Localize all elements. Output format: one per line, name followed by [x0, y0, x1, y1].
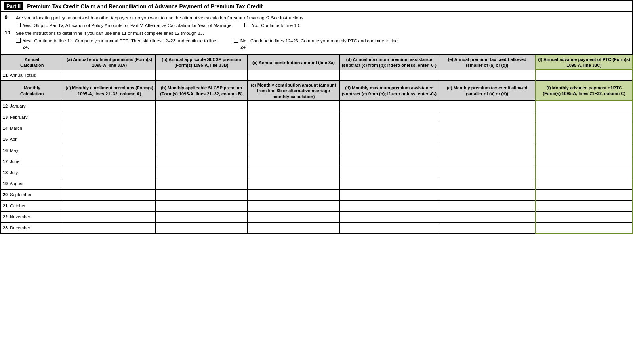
line11-col-e[interactable] [439, 70, 536, 81]
line15-col-c[interactable] [248, 134, 339, 145]
line15-col-b[interactable] [155, 134, 247, 145]
line17-col-c[interactable] [248, 156, 339, 167]
line20-label: 20 September [0, 189, 63, 200]
line23-col-a[interactable] [63, 222, 155, 233]
q9-yes-option: Yes. Skip to Part IV, Allocation of Poli… [16, 22, 233, 28]
row-february: 13 February [0, 112, 633, 123]
line21-col-a[interactable] [63, 200, 155, 211]
q9-yes-checkbox[interactable] [16, 23, 21, 27]
line21-col-c[interactable] [248, 200, 339, 211]
line17-col-e[interactable] [439, 156, 536, 167]
line16-col-e[interactable] [439, 145, 536, 156]
line19-col-c[interactable] [248, 178, 339, 189]
line14-col-e[interactable] [439, 123, 536, 134]
line11-col-d[interactable] [339, 70, 439, 81]
row-september: 20 September [0, 189, 633, 200]
line21-col-b[interactable] [155, 200, 247, 211]
line19-col-a[interactable] [63, 178, 155, 189]
line20-col-a[interactable] [63, 189, 155, 200]
line21-col-d[interactable] [339, 200, 439, 211]
line22-col-c[interactable] [248, 211, 339, 222]
q10-yes-option: Yes. Continue to line 11. Compute your a… [16, 38, 222, 50]
line13-col-a[interactable] [63, 112, 155, 123]
line23-col-e[interactable] [439, 222, 536, 233]
line15-col-e[interactable] [439, 134, 536, 145]
line16-col-d[interactable] [339, 145, 439, 156]
line22-col-a[interactable] [63, 211, 155, 222]
line19-col-e[interactable] [439, 178, 536, 189]
line13-col-e[interactable] [439, 112, 536, 123]
row-may: 16 May [0, 145, 633, 156]
line12-col-c[interactable] [248, 100, 339, 112]
line21-col-e[interactable] [439, 200, 536, 211]
monthly-col-c-header: (c) Monthly contribution amount (amount … [248, 81, 339, 100]
line23-col-d[interactable] [339, 222, 439, 233]
line16-col-f[interactable] [536, 145, 633, 156]
line18-col-e[interactable] [439, 167, 536, 178]
line18-col-a[interactable] [63, 167, 155, 178]
q9-yes-detail: Skip to Part IV, Allocation of Policy Am… [34, 23, 233, 28]
line19-col-f[interactable] [536, 178, 633, 189]
line23-col-b[interactable] [155, 222, 247, 233]
line11-col-a[interactable] [63, 70, 155, 81]
line22-col-d[interactable] [339, 211, 439, 222]
monthly-col-a-header: (a) Monthly enrollment premiums (Form(s)… [63, 81, 155, 100]
part-title: Premium Tax Credit Claim and Reconciliat… [27, 3, 263, 9]
q10-no-checkbox[interactable] [234, 38, 238, 43]
annual-col-d-header: (d) Annual maximum premium assistance (s… [339, 55, 439, 70]
line20-col-c[interactable] [248, 189, 339, 200]
line14-col-b[interactable] [155, 123, 247, 134]
line12-col-e[interactable] [439, 100, 536, 112]
line22-col-f[interactable] [536, 211, 633, 222]
line17-col-f[interactable] [536, 156, 633, 167]
question-10: 10 See the instructions to determine if … [5, 30, 628, 50]
line14-col-d[interactable] [339, 123, 439, 134]
line19-col-b[interactable] [155, 178, 247, 189]
line18-col-b[interactable] [155, 167, 247, 178]
line13-col-b[interactable] [155, 112, 247, 123]
line22-label: 22 November [0, 211, 63, 222]
line12-col-f[interactable] [536, 100, 633, 112]
q10-yes-checkbox[interactable] [16, 38, 21, 43]
line17-col-d[interactable] [339, 156, 439, 167]
line20-col-f[interactable] [536, 189, 633, 200]
line20-col-d[interactable] [339, 189, 439, 200]
line21-label: 21 October [0, 200, 63, 211]
line17-col-b[interactable] [155, 156, 247, 167]
line17-col-a[interactable] [63, 156, 155, 167]
line23-col-f[interactable] [536, 222, 633, 233]
q10-no-label: No. Continue to lines 12–23. Compute you… [240, 38, 400, 50]
line13-col-f[interactable] [536, 112, 633, 123]
row-october: 21 October [0, 200, 633, 211]
line20-col-e[interactable] [439, 189, 536, 200]
line14-col-a[interactable] [63, 123, 155, 134]
line11-col-f[interactable] [536, 70, 633, 81]
line11-col-b[interactable] [155, 70, 247, 81]
line23-col-c[interactable] [248, 222, 339, 233]
line19-label: 19 August [0, 178, 63, 189]
line16-col-a[interactable] [63, 145, 155, 156]
monthly-header-row: Monthly Calculation (a) Monthly enrollme… [0, 81, 633, 100]
line18-col-d[interactable] [339, 167, 439, 178]
line12-col-d[interactable] [339, 100, 439, 112]
q9-no-checkbox[interactable] [244, 23, 249, 27]
line20-col-b[interactable] [155, 189, 247, 200]
line14-col-c[interactable] [248, 123, 339, 134]
line12-col-b[interactable] [155, 100, 247, 112]
line15-col-a[interactable] [63, 134, 155, 145]
line13-col-d[interactable] [339, 112, 439, 123]
line12-col-a[interactable] [63, 100, 155, 112]
line11-col-c[interactable] [248, 70, 339, 81]
line15-col-d[interactable] [339, 134, 439, 145]
line18-col-c[interactable] [248, 167, 339, 178]
line14-col-f[interactable] [536, 123, 633, 134]
line21-col-f[interactable] [536, 200, 633, 211]
line13-col-c[interactable] [248, 112, 339, 123]
line19-col-d[interactable] [339, 178, 439, 189]
line16-col-c[interactable] [248, 145, 339, 156]
line16-col-b[interactable] [155, 145, 247, 156]
line22-col-e[interactable] [439, 211, 536, 222]
line18-col-f[interactable] [536, 167, 633, 178]
line15-col-f[interactable] [536, 134, 633, 145]
line22-col-b[interactable] [155, 211, 247, 222]
